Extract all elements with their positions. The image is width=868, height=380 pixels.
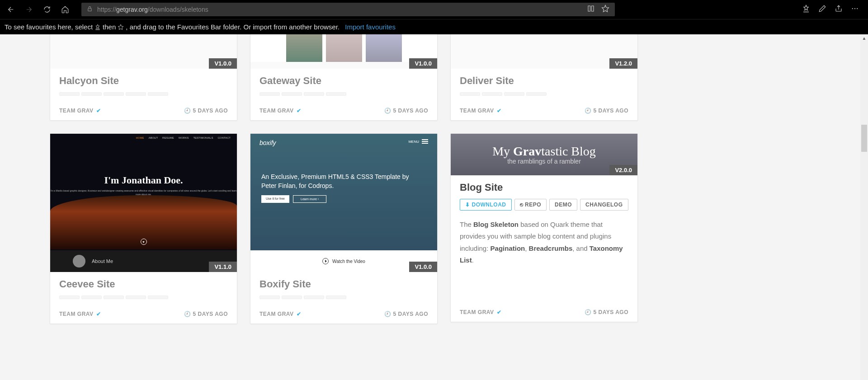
changelog-button[interactable]: CHANGELOG [580, 199, 628, 211]
verified-icon: ✔ [497, 108, 502, 114]
star-list-icon [94, 24, 101, 30]
svg-rect-0 [88, 9, 92, 11]
card-thumbnail: HOMEABOUTRESUMEWORKSTESTIMONIALSCONTACT … [50, 134, 237, 272]
page-content: V1.0.0 Halcyon Site TEAM GRAV✔ 🕘5 DAYS A… [0, 34, 868, 380]
download-button[interactable]: ⬇DOWNLOAD [460, 199, 512, 211]
card-time: 🕘5 DAYS AGO [585, 309, 628, 315]
verified-icon: ✔ [497, 309, 502, 315]
vertical-scrollbar[interactable]: ▲ [860, 34, 868, 380]
scroll-thumb[interactable] [861, 125, 867, 152]
card-author[interactable]: TEAM GRAV✔ [259, 108, 301, 114]
play-icon [322, 258, 329, 264]
lock-icon [87, 5, 93, 14]
notes-icon[interactable] [818, 5, 826, 14]
scroll-up-arrow[interactable]: ▲ [860, 34, 868, 42]
version-badge: V1.1.0 [209, 262, 237, 272]
url-text: https://getgrav.org/downloads/skeletons [97, 6, 582, 13]
import-favourites-link[interactable]: Import favourites [345, 23, 396, 31]
verified-icon: ✔ [297, 311, 302, 317]
card-description: The Blog Skeleton based on Quark theme t… [460, 219, 628, 266]
card-author[interactable]: TEAM GRAV✔ [59, 311, 101, 317]
card-thumbnail: V1.0.0 [250, 34, 437, 69]
clock-icon: 🕘 [384, 311, 392, 317]
favourite-star-icon[interactable] [601, 5, 609, 14]
card-thumbnail: V1.2.0 [451, 34, 637, 69]
version-badge: V1.2.0 [609, 58, 637, 69]
card-time: 🕘5 DAYS AGO [384, 311, 428, 317]
version-badge: V1.0.0 [409, 58, 437, 69]
star-icon [118, 24, 124, 30]
card-thumbnail: boxify MENU An Exclusive, Premium HTML5 … [250, 134, 437, 272]
verified-icon: ✔ [96, 108, 101, 114]
back-button[interactable] [5, 3, 17, 16]
svg-point-2 [854, 8, 855, 9]
address-bar[interactable]: https://getgrav.org/downloads/skeletons [81, 3, 615, 16]
github-icon: ⎋ [520, 202, 524, 208]
card-author[interactable]: TEAM GRAV✔ [460, 108, 501, 114]
demo-button[interactable]: DEMO [549, 199, 577, 211]
download-icon: ⬇ [465, 202, 470, 208]
svg-point-1 [852, 8, 853, 9]
card-title: Boxify Site [259, 278, 428, 290]
card-time: 🕘5 DAYS AGO [184, 108, 228, 114]
card-thumbnail: My Gravtastic Blog the ramblings of a ra… [451, 134, 637, 175]
card-author[interactable]: TEAM GRAV✔ [59, 108, 101, 114]
skeleton-card-gateway[interactable]: V1.0.0 Gateway Site TEAM GRAV✔ 🕘5 DAYS A… [250, 34, 438, 121]
skeleton-card-blog[interactable]: My Gravtastic Blog the ramblings of a ra… [450, 133, 638, 322]
skeleton-card-deliver[interactable]: V1.2.0 Deliver Site TEAM GRAV✔ 🕘5 DAYS A… [450, 34, 638, 121]
more-icon[interactable] [851, 5, 859, 14]
skeleton-card-ceevee[interactable]: HOMEABOUTRESUMEWORKSTESTIMONIALSCONTACT … [50, 133, 237, 324]
clock-icon: 🕘 [384, 108, 392, 114]
favourites-hint-bar: To see favourites here, select then , an… [0, 19, 868, 34]
clock-icon: 🕘 [184, 311, 191, 317]
version-badge: V2.0.0 [609, 165, 637, 175]
clock-icon: 🕘 [184, 108, 191, 114]
card-time: 🕘5 DAYS AGO [184, 311, 228, 317]
repo-button[interactable]: ⎋REPO [514, 199, 547, 211]
reading-view-icon[interactable] [587, 5, 595, 14]
forward-button[interactable] [23, 3, 35, 16]
card-thumbnail: V1.0.0 [50, 34, 237, 69]
favourites-list-icon[interactable] [802, 5, 810, 14]
clock-icon: 🕘 [585, 108, 592, 114]
card-time: 🕘5 DAYS AGO [384, 108, 428, 114]
card-title: Deliver Site [460, 75, 628, 87]
skeleton-card-halcyon[interactable]: V1.0.0 Halcyon Site TEAM GRAV✔ 🕘5 DAYS A… [50, 34, 237, 121]
card-title: Gateway Site [259, 75, 428, 87]
browser-toolbar: https://getgrav.org/downloads/skeletons [0, 0, 868, 19]
verified-icon: ✔ [96, 311, 101, 317]
card-author[interactable]: TEAM GRAV✔ [460, 309, 501, 315]
card-title: Halcyon Site [59, 75, 228, 87]
version-badge: V1.0.0 [409, 262, 437, 272]
svg-point-3 [857, 8, 858, 9]
card-time: 🕘5 DAYS AGO [585, 108, 628, 114]
version-badge: V1.0.0 [209, 58, 237, 69]
card-title: Ceevee Site [59, 278, 228, 290]
card-title: Blog Site [460, 182, 628, 193]
share-icon[interactable] [835, 5, 843, 14]
skeleton-card-boxify[interactable]: boxify MENU An Exclusive, Premium HTML5 … [250, 133, 438, 324]
verified-icon: ✔ [297, 108, 302, 114]
home-button[interactable] [59, 3, 71, 16]
card-author[interactable]: TEAM GRAV✔ [259, 311, 301, 317]
clock-icon: 🕘 [585, 309, 592, 315]
refresh-button[interactable] [41, 3, 53, 16]
